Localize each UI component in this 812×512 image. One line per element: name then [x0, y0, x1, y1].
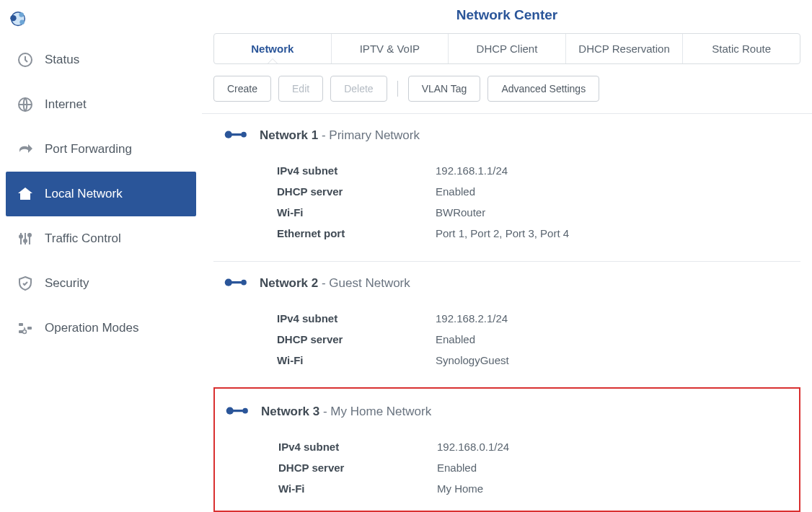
- toolbar: Create Edit Delete VLAN Tag Advanced Set…: [202, 76, 812, 114]
- svg-rect-11: [27, 327, 32, 330]
- sidebar-nav: Status Internet Port Forwarding Local Ne…: [0, 37, 202, 350]
- network-title: Network 3 - My Home Network: [261, 405, 431, 419]
- network-rows: IPv4 subnet192.168.0.1/24DHCP serverEnab…: [215, 436, 799, 499]
- network-row: Ethernet portPort 1, Port 2, Port 3, Por…: [277, 223, 800, 244]
- network-rows: IPv4 subnet192.168.1.1/24DHCP serverEnab…: [213, 160, 800, 244]
- row-value: Port 1, Port 2, Port 3, Port 4: [436, 227, 569, 239]
- network-desc: - Guest Network: [318, 276, 410, 290]
- svg-point-2: [19, 12, 24, 17]
- sliders-icon: [16, 229, 35, 248]
- key-icon: [224, 277, 248, 290]
- network-row: IPv4 subnet192.168.1.1/24: [277, 160, 800, 181]
- network-header: Network 2 - Guest Network: [213, 276, 800, 291]
- network-row: IPv4 subnet192.168.0.1/24: [278, 436, 799, 457]
- svg-point-18: [241, 280, 247, 286]
- svg-point-3: [19, 19, 25, 25]
- sidebar-item-internet[interactable]: Internet: [6, 82, 196, 127]
- row-label: IPv4 subnet: [277, 312, 436, 325]
- tab-dhcp-client[interactable]: DHCP Client: [448, 34, 565, 63]
- key-icon: [225, 405, 250, 418]
- svg-point-8: [28, 234, 31, 237]
- network-list: Network 1 - Primary NetworkIPv4 subnet19…: [202, 114, 812, 512]
- network-row: IPv4 subnet192.168.2.1/24: [277, 308, 800, 329]
- sidebar-item-status[interactable]: Status: [6, 37, 196, 82]
- row-value: SynologyGuest: [436, 354, 509, 366]
- row-label: Wi-Fi: [277, 354, 436, 366]
- row-label: Ethernet port: [277, 227, 436, 239]
- sidebar-item-traffic-control[interactable]: Traffic Control: [6, 216, 196, 261]
- network-desc: - Primary Network: [318, 128, 420, 142]
- network-block[interactable]: Network 2 - Guest NetworkIPv4 subnet192.…: [213, 262, 800, 389]
- svg-rect-20: [232, 410, 243, 412]
- svg-point-15: [241, 132, 247, 138]
- row-value: Enabled: [436, 185, 475, 198]
- create-button[interactable]: Create: [213, 76, 271, 102]
- sidebar-item-label: Local Network: [45, 187, 123, 201]
- network-name: Network 3: [261, 405, 319, 418]
- row-value: My Home: [437, 482, 483, 495]
- sidebar-item-label: Port Forwarding: [45, 142, 132, 156]
- row-value: 192.168.0.1/24: [437, 441, 509, 453]
- svg-rect-17: [231, 281, 242, 283]
- status-icon: [16, 50, 35, 69]
- network-row: Wi-FiSynologyGuest: [277, 350, 800, 371]
- row-label: Wi-Fi: [277, 206, 436, 219]
- sidebar-item-label: Status: [45, 53, 79, 67]
- network-title: Network 1 - Primary Network: [260, 128, 420, 143]
- svg-rect-14: [231, 133, 242, 136]
- svg-point-21: [242, 408, 248, 414]
- row-value: 192.168.2.1/24: [436, 312, 508, 325]
- advanced-settings-button[interactable]: Advanced Settings: [487, 76, 599, 102]
- network-row: DHCP serverEnabled: [278, 457, 799, 478]
- forward-icon: [16, 140, 35, 159]
- delete-button[interactable]: Delete: [330, 76, 387, 102]
- svg-point-7: [24, 239, 27, 242]
- network-block[interactable]: Network 3 - My Home NetworkIPv4 subnet19…: [215, 389, 799, 505]
- network-row: Wi-FiMy Home: [278, 478, 799, 499]
- tab-iptv-voip[interactable]: IPTV & VoIP: [331, 34, 449, 63]
- network-desc: - My Home Network: [319, 405, 431, 418]
- sidebar-item-label: Internet: [45, 97, 87, 112]
- globe-icon: [16, 95, 35, 114]
- row-value: Enabled: [436, 333, 475, 345]
- row-label: DHCP server: [278, 462, 437, 474]
- sidebar-item-label: Operation Modes: [45, 321, 138, 335]
- modes-icon: [16, 319, 35, 337]
- key-icon: [224, 129, 248, 142]
- svg-point-1: [10, 15, 16, 21]
- sidebar-item-port-forwarding[interactable]: Port Forwarding: [6, 127, 196, 172]
- row-label: IPv4 subnet: [278, 441, 437, 453]
- row-value: Enabled: [437, 462, 477, 474]
- highlight-box: Network 3 - My Home NetworkIPv4 subnet19…: [213, 387, 800, 512]
- network-row: DHCP serverEnabled: [277, 181, 800, 202]
- network-header: Network 3 - My Home Network: [215, 405, 799, 419]
- svg-point-12: [23, 330, 27, 334]
- sidebar-item-local-network[interactable]: Local Network: [6, 172, 196, 216]
- edit-button[interactable]: Edit: [278, 76, 323, 102]
- sidebar-item-operation-modes[interactable]: Operation Modes: [6, 306, 196, 350]
- sidebar: Status Internet Port Forwarding Local Ne…: [0, 0, 202, 512]
- sidebar-item-security[interactable]: Security: [6, 261, 196, 306]
- sidebar-item-label: Security: [45, 276, 89, 291]
- tab-dhcp-reservation[interactable]: DHCP Reservation: [565, 34, 683, 63]
- row-label: Wi-Fi: [278, 482, 437, 495]
- row-label: DHCP server: [277, 185, 436, 198]
- tab-static-route[interactable]: Static Route: [682, 34, 800, 63]
- tab-strip: Network IPTV & VoIP DHCP Client DHCP Res…: [213, 33, 800, 64]
- svg-rect-9: [19, 323, 23, 326]
- network-header: Network 1 - Primary Network: [213, 128, 800, 143]
- row-label: DHCP server: [277, 333, 436, 345]
- header: Network Center: [202, 0, 812, 33]
- shield-icon: [16, 274, 35, 293]
- row-label: IPv4 subnet: [277, 164, 436, 177]
- network-rows: IPv4 subnet192.168.2.1/24DHCP serverEnab…: [213, 308, 800, 371]
- page-title: Network Center: [202, 7, 812, 23]
- vlan-tag-button[interactable]: VLAN Tag: [408, 76, 481, 102]
- network-name: Network 1: [260, 128, 318, 142]
- network-block[interactable]: Network 1 - Primary NetworkIPv4 subnet19…: [213, 114, 800, 262]
- svg-point-6: [19, 235, 22, 238]
- tab-network[interactable]: Network: [214, 34, 331, 63]
- network-row: DHCP serverEnabled: [277, 329, 800, 350]
- sidebar-item-label: Traffic Control: [45, 231, 121, 246]
- toolbar-divider: [397, 81, 398, 97]
